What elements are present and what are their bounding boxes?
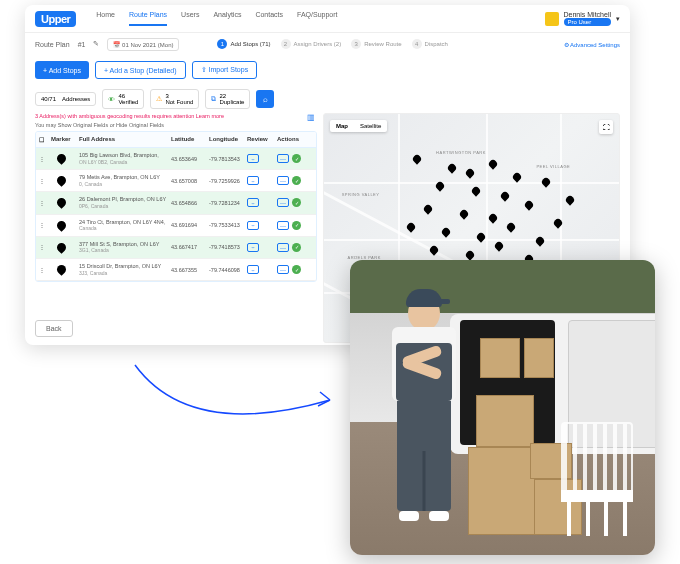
filter-not-found[interactable]: ⚠3Not Found (150, 89, 199, 109)
nav-users[interactable]: Users (181, 11, 199, 26)
review-button[interactable]: ↔ (247, 198, 259, 207)
row-menu-button[interactable]: ⋯ (277, 221, 289, 230)
page-icon[interactable]: ▥ (307, 113, 315, 122)
route-number: #1 (78, 41, 86, 48)
col-review: Review (247, 136, 277, 143)
nav-contacts[interactable]: Contacts (255, 11, 283, 26)
table-row[interactable]: ⋮ 15 Driscoll Dr, Brampton, ON L6Y3J3, C… (36, 259, 316, 281)
step-assign-drivers[interactable]: 2Assign Drivers (2) (281, 39, 342, 49)
drag-handle[interactable]: ⋮ (39, 200, 51, 206)
eye-icon: 👁 (108, 96, 115, 103)
lng-cell: -79.7813543 (209, 156, 247, 162)
map-area-label: HARTWINGTON PARK (436, 150, 486, 155)
col-checkbox[interactable]: ☐ (39, 136, 51, 143)
review-button[interactable]: ↔ (247, 221, 259, 230)
row-menu-button[interactable]: ⋯ (277, 243, 289, 252)
lng-cell: -79.7281234 (209, 200, 247, 206)
table-row[interactable]: ⋮ 24 Tiro Ct, Brampton, ON L6Y 4N4,Canad… (36, 215, 316, 237)
add-stop-detailed-button[interactable]: + Add a Stop (Detailed) (95, 61, 186, 79)
date-picker[interactable]: 📅 01 Nov 2021 (Mon) (107, 38, 179, 51)
import-stops-button[interactable]: ⇪ Import Stops (192, 61, 258, 79)
filter-verified[interactable]: 👁46Verified (102, 89, 144, 109)
filter-addresses[interactable]: 40/71Addresses (35, 92, 96, 106)
lng-cell: -79.7418573 (209, 244, 247, 250)
nav-faq[interactable]: FAQ/Support (297, 11, 337, 26)
verify-icon: ✓ (292, 198, 301, 207)
row-menu-button[interactable]: ⋯ (277, 176, 289, 185)
map-area-label: PEEL VILLAGE (536, 164, 570, 169)
edit-icon[interactable]: ✎ (93, 40, 99, 48)
chevron-down-icon: ▾ (616, 15, 620, 23)
col-longitude: Longitude (209, 136, 247, 143)
verify-icon: ✓ (292, 243, 301, 252)
step-review[interactable]: 3Review Route (351, 39, 401, 49)
row-menu-button[interactable]: ⋯ (277, 198, 289, 207)
row-menu-button[interactable]: ⋯ (277, 154, 289, 163)
nav-route-plans[interactable]: Route Plans (129, 11, 167, 26)
subheader: Route Plan #1 ✎ 📅 01 Nov 2021 (Mon) 1Add… (25, 33, 630, 55)
table-row[interactable]: ⋮ 105 Big Lawson Blvd, Brampton,ON L6Y 0… (36, 148, 316, 170)
row-menu-button[interactable]: ⋯ (277, 265, 289, 274)
map-tab-satellite[interactable]: Satellite (354, 120, 387, 132)
user-name: Dennis Mitchell (564, 11, 611, 18)
toolbar: + Add Stops + Add a Stop (Detailed) ⇪ Im… (25, 55, 630, 85)
header: Upper Home Route Plans Users Analytics C… (25, 5, 630, 33)
review-button[interactable]: ↔ (247, 176, 259, 185)
fullscreen-icon: ⛶ (603, 124, 610, 131)
lng-cell: -79.7533413 (209, 222, 247, 228)
main-nav: Home Route Plans Users Analytics Contact… (96, 11, 337, 26)
drag-handle[interactable]: ⋮ (39, 178, 51, 184)
step-dispatch[interactable]: 4Dispatch (412, 39, 448, 49)
filter-duplicate[interactable]: ⧉22Duplicate (205, 89, 250, 109)
table-row[interactable]: ⋮ 377 Mill St S, Brampton, ON L6Y3G1, Ca… (36, 237, 316, 259)
route-plan-label: Route Plan (35, 41, 70, 48)
address-cell: 377 Mill St S, Brampton, ON L6Y3G1, Cana… (79, 241, 171, 254)
pin-icon (55, 263, 68, 276)
pro-badge: Pro User (564, 18, 611, 26)
hero-photo (350, 260, 655, 555)
map-tab-map[interactable]: Map (330, 120, 354, 132)
advanced-settings-link[interactable]: ⚙ Advanced Settings (564, 41, 620, 48)
col-latitude: Latitude (171, 136, 209, 143)
wizard-steps: 1Add Stops (71) 2Assign Drivers (2) 3Rev… (217, 39, 447, 49)
lat-cell: 43.667355 (171, 267, 209, 273)
map-type-tabs: Map Satellite (330, 120, 387, 132)
copy-icon: ⧉ (211, 95, 216, 103)
review-button[interactable]: ↔ (247, 265, 259, 274)
pin-icon (55, 152, 68, 165)
back-button[interactable]: Back (35, 320, 73, 337)
review-button[interactable]: ↔ (247, 154, 259, 163)
pin-icon (55, 174, 68, 187)
lat-cell: 43.654866 (171, 200, 209, 206)
table-row[interactable]: ⋮ 26 Dalemont Pl, Brampton, ON L6Y0P6, C… (36, 192, 316, 214)
search-button[interactable]: ⌕ (256, 90, 274, 108)
nav-analytics[interactable]: Analytics (213, 11, 241, 26)
add-stops-button[interactable]: + Add Stops (35, 61, 89, 79)
lat-cell: 43.653649 (171, 156, 209, 162)
address-panel: 3 Address(s) with ambiguous geocoding re… (35, 113, 317, 343)
bottom-bar: Back (35, 317, 73, 337)
address-cell: 24 Tiro Ct, Brampton, ON L6Y 4N4,Canada (79, 219, 171, 232)
nav-home[interactable]: Home (96, 11, 115, 26)
drag-handle[interactable]: ⋮ (39, 156, 51, 162)
lat-cell: 43.667417 (171, 244, 209, 250)
verify-icon: ✓ (292, 176, 301, 185)
drag-handle[interactable]: ⋮ (39, 267, 51, 273)
drag-handle[interactable]: ⋮ (39, 222, 51, 228)
address-cell: 15 Driscoll Dr, Brampton, ON L6Y3J3, Can… (79, 263, 171, 276)
user-menu[interactable]: Dennis Mitchell Pro User ▾ (545, 11, 620, 26)
review-button[interactable]: ↔ (247, 243, 259, 252)
lng-cell: -79.7259926 (209, 178, 247, 184)
map-area-label: SPRING VALLEY (342, 192, 380, 197)
filter-bar: 40/71Addresses 👁46Verified ⚠3Not Found ⧉… (25, 85, 630, 113)
fullscreen-button[interactable]: ⛶ (599, 120, 613, 134)
step-add-stops[interactable]: 1Add Stops (71) (217, 39, 270, 49)
pin-icon (55, 219, 68, 232)
pin-icon (55, 241, 68, 254)
table-row[interactable]: ⋮ 79 Metis Ave, Brampton, ON L6Y0, Canad… (36, 170, 316, 192)
lat-cell: 43.657008 (171, 178, 209, 184)
drag-handle[interactable]: ⋮ (39, 244, 51, 250)
logo: Upper (35, 11, 76, 27)
verify-icon: ✓ (292, 265, 301, 274)
col-actions: Actions (277, 136, 313, 143)
